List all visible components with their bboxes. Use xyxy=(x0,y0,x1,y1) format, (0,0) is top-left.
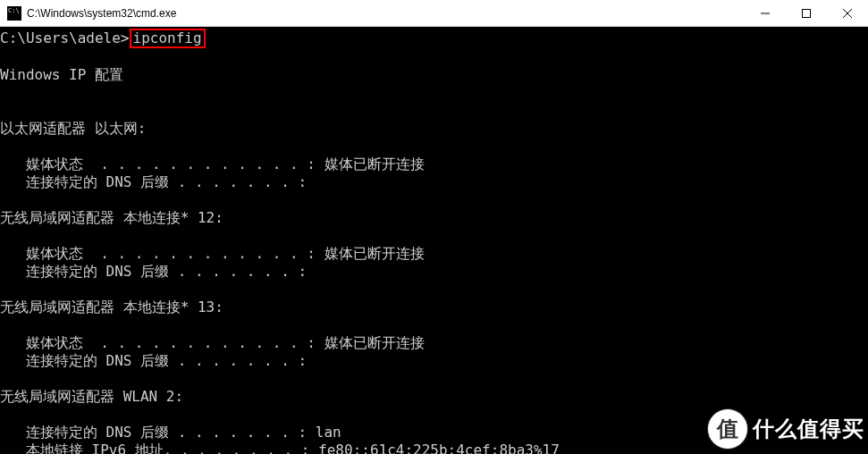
adapter-wlan13-title: 无线局域网适配器 本地连接* 13: xyxy=(0,298,223,315)
media-state-label: 媒体状态 . . . . . . . . . . . . : xyxy=(26,245,324,262)
adapter-wlan2-title: 无线局域网适配器 WLAN 2: xyxy=(0,388,183,405)
ip-config-header: Windows IP 配置 xyxy=(0,66,123,83)
media-state-label: 媒体状态 . . . . . . . . . . . . : xyxy=(26,156,324,172)
media-state-value: 媒体已断开连接 xyxy=(324,245,425,262)
ipv6-label: 本地链接 IPv6 地址. . . . . . . . : xyxy=(26,441,318,454)
window-title: C:\Windows\system32\cmd.exe xyxy=(27,7,745,20)
dns-suffix-label: 连接特定的 DNS 后缀 . . . . . . . : xyxy=(26,424,316,441)
media-state-value: 媒体已断开连接 xyxy=(324,334,425,351)
ipv6-value: fe80::61c4:225b:4cef:8ba3%17 xyxy=(318,441,560,454)
maximize-button[interactable] xyxy=(786,0,827,26)
dns-suffix-value: lan xyxy=(316,424,341,441)
close-button[interactable] xyxy=(827,0,868,26)
minimize-button[interactable] xyxy=(745,0,786,26)
dns-suffix-label: 连接特定的 DNS 后缀 . . . . . . . : xyxy=(26,173,307,190)
adapter-wlan12-title: 无线局域网适配器 本地连接* 12: xyxy=(0,209,223,226)
window-controls xyxy=(745,0,868,26)
dns-suffix-label: 连接特定的 DNS 后缀 . . . . . . . : xyxy=(26,352,307,369)
watermark-text: 什么值得买 xyxy=(753,415,864,443)
titlebar: C:\Windows\system32\cmd.exe xyxy=(0,0,868,27)
media-state-value: 媒体已断开连接 xyxy=(324,156,425,172)
media-state-label: 媒体状态 . . . . . . . . . . . . : xyxy=(26,334,324,351)
dns-suffix-label: 连接特定的 DNS 后缀 . . . . . . . : xyxy=(26,263,307,280)
cmd-icon xyxy=(7,6,21,21)
command-highlight: ipconfig xyxy=(130,29,206,48)
prompt-path: C:\Users\adele> xyxy=(0,29,130,46)
watermark-badge-icon: 值 xyxy=(708,409,747,449)
terminal-output[interactable]: C:\Users\adele>ipconfig Windows IP 配置 以太… xyxy=(0,27,868,454)
svg-rect-0 xyxy=(803,9,811,17)
watermark: 值 什么值得买 xyxy=(708,409,864,449)
adapter-ethernet-title: 以太网适配器 以太网: xyxy=(0,120,146,137)
